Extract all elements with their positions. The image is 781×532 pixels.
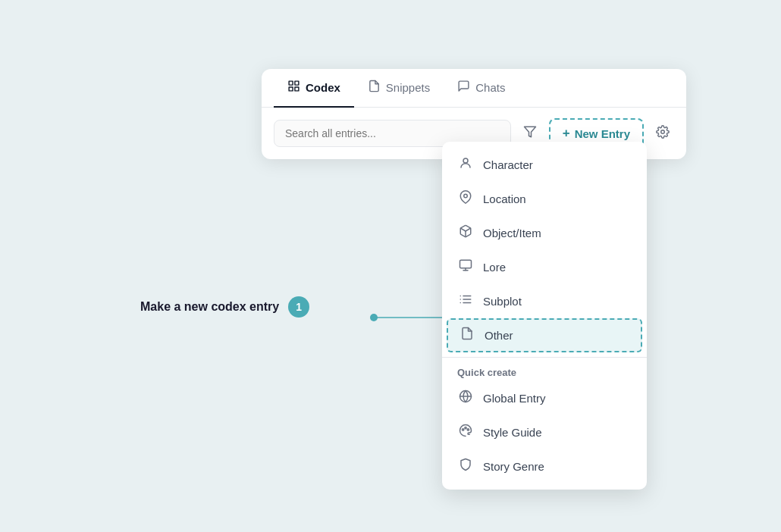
dropdown-item-other-label: Other — [485, 329, 513, 342]
shield-icon — [457, 458, 474, 475]
quick-create-label: Quick create — [442, 362, 647, 381]
chats-icon — [457, 80, 470, 95]
svg-rect-9 — [460, 260, 472, 268]
globe-icon — [457, 390, 474, 407]
new-entry-label: New Entry — [575, 127, 630, 140]
dropdown-item-character[interactable]: Character — [442, 148, 647, 182]
svg-rect-3 — [289, 87, 293, 91]
dropdown-item-story-genre[interactable]: Story Genre — [442, 449, 647, 483]
svg-rect-1 — [295, 81, 299, 85]
dropdown-item-subplot-label: Subplot — [483, 295, 522, 308]
scroll-icon — [457, 258, 474, 276]
svg-point-5 — [661, 130, 665, 133]
settings-button[interactable] — [651, 122, 674, 146]
dropdown-item-subplot[interactable]: Subplot — [442, 284, 647, 318]
dropdown-item-lore[interactable]: Lore — [442, 250, 647, 284]
codex-icon — [287, 80, 300, 95]
dropdown-item-location-label: Location — [483, 192, 526, 205]
tab-snippets[interactable]: Snippets — [354, 69, 444, 108]
svg-point-24 — [370, 314, 378, 321]
main-container: Codex Snippets Chats + — [95, 54, 686, 478]
dropdown-item-location[interactable]: Location — [442, 182, 647, 216]
callout-badge: 1 — [288, 296, 309, 318]
filter-icon — [523, 125, 537, 139]
list-icon — [457, 293, 474, 310]
tab-chats-label: Chats — [475, 81, 505, 94]
svg-point-21 — [465, 427, 466, 429]
settings-icon — [656, 125, 670, 139]
svg-rect-2 — [295, 87, 299, 91]
callout-text: Make a new codex entry — [140, 300, 279, 314]
tab-codex[interactable]: Codex — [274, 69, 354, 108]
dropdown-item-object-label: Object/Item — [483, 227, 541, 239]
dropdown-item-style-guide-label: Style Guide — [483, 426, 542, 439]
snippets-icon — [368, 80, 381, 95]
dropdown-item-character-label: Character — [483, 158, 533, 171]
tab-codex-label: Codex — [306, 81, 340, 94]
callout: Make a new codex entry 1 — [140, 296, 309, 318]
svg-marker-4 — [524, 127, 535, 137]
svg-point-20 — [463, 429, 464, 430]
divider — [442, 357, 647, 358]
dropdown-menu: Character Location Object/Item Lore — [442, 142, 647, 490]
location-icon — [457, 190, 474, 208]
svg-point-6 — [463, 158, 468, 163]
dropdown-item-lore-label: Lore — [483, 261, 506, 274]
dropdown-item-object[interactable]: Object/Item — [442, 216, 647, 250]
doc-icon — [459, 327, 475, 344]
plus-icon: + — [563, 126, 570, 141]
tab-chats[interactable]: Chats — [444, 69, 519, 108]
dropdown-item-global-entry-label: Global Entry — [483, 392, 546, 405]
box-icon — [457, 224, 474, 242]
tab-snippets-label: Snippets — [386, 81, 430, 94]
palette-icon — [457, 424, 474, 441]
person-icon — [457, 156, 474, 174]
dropdown-item-global-entry[interactable]: Global Entry — [442, 381, 647, 415]
dropdown-item-style-guide[interactable]: Style Guide — [442, 415, 647, 449]
tabs-bar: Codex Snippets Chats — [262, 69, 686, 108]
svg-point-22 — [467, 429, 469, 430]
dropdown-item-other[interactable]: Other — [447, 318, 642, 352]
svg-rect-0 — [289, 81, 293, 85]
dropdown-item-story-genre-label: Story Genre — [483, 460, 544, 473]
svg-point-7 — [464, 194, 468, 198]
